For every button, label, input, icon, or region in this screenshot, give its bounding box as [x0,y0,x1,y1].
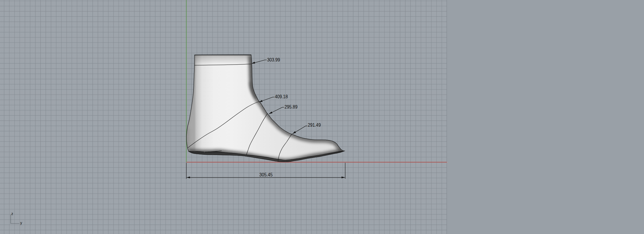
svg-text:y: y [20,221,22,225]
svg-text:409.18: 409.18 [275,94,288,99]
svg-text:291.49: 291.49 [308,122,321,128]
svg-text:303.99: 303.99 [267,57,280,62]
svg-text:295.89: 295.89 [285,104,297,109]
svg-text:z: z [11,211,13,216]
svg-text:305.45: 305.45 [259,172,273,177]
